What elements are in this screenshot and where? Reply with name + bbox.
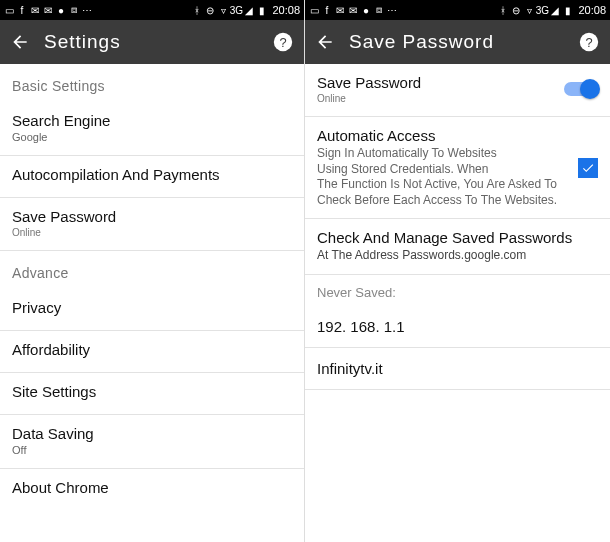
check-icon — [581, 161, 595, 175]
help-icon[interactable]: ? — [272, 31, 294, 53]
manage-passwords-heading: Check And Manage Saved Passwords — [317, 229, 598, 246]
privacy-label: Privacy — [12, 299, 292, 316]
mail-icon: ✉ — [43, 5, 53, 15]
save-password-row[interactable]: Save Password Online — [0, 198, 304, 251]
dropbox-icon: ⧈ — [69, 5, 79, 15]
autocompilation-label: Autocompilation And Payments — [12, 166, 292, 183]
data-saving-row[interactable]: Data Saving Off — [0, 415, 304, 469]
chat-icon: ✉ — [335, 5, 345, 15]
signal-icon: ◢ — [244, 5, 254, 15]
status-bar: ▭ f ✉ ✉ ● ⧈ ⋯ ᚼ ⊖ ▿ 3G ◢ ▮ 20:08 — [0, 0, 304, 20]
privacy-row[interactable]: Privacy — [0, 289, 304, 331]
facebook-icon: f — [17, 5, 27, 15]
affordability-label: Affordability — [12, 341, 292, 358]
automatic-access-checkbox[interactable] — [578, 158, 598, 178]
page-title: Save Password — [349, 31, 564, 53]
dnd-icon: ⊖ — [511, 5, 521, 15]
app-bar: Save Password ? — [305, 20, 610, 64]
never-saved-header: Never Saved: — [305, 275, 610, 306]
manage-passwords-row[interactable]: Check And Manage Saved Passwords At The … — [305, 219, 610, 275]
affordability-row[interactable]: Affordability — [0, 331, 304, 373]
battery-icon: ▮ — [563, 5, 573, 15]
location-icon: ▿ — [524, 5, 534, 15]
data-saving-value: Off — [12, 444, 292, 456]
automatic-access-heading: Automatic Access — [317, 127, 570, 144]
basic-settings-header: Basic Settings — [0, 64, 304, 102]
status-left-icons: ▭ f ✉ ✉ ● ⧈ ⋯ — [309, 5, 397, 15]
settings-list[interactable]: Basic Settings Search Engine Google Auto… — [0, 64, 304, 542]
automatic-access-desc2: Using Stored Credentials. When — [317, 162, 570, 178]
page-title: Settings — [44, 31, 258, 53]
network-label: 3G — [537, 5, 547, 15]
automatic-access-desc3: The Function Is Not Active, You Are Aske… — [317, 177, 570, 208]
automatic-access-desc1: Sign In Automatically To Websites — [317, 146, 570, 162]
signal-icon: ◢ — [550, 5, 560, 15]
toggle-label: Save Password — [317, 74, 556, 91]
about-chrome-label: About Chrome — [12, 479, 292, 496]
dot-icon: ● — [361, 5, 371, 15]
bluetooth-icon: ᚼ — [192, 5, 202, 15]
dnd-icon: ⊖ — [205, 5, 215, 15]
save-password-label: Save Password — [12, 208, 292, 225]
help-icon[interactable]: ? — [578, 31, 600, 53]
more-icon: ⋯ — [387, 5, 397, 15]
clock: 20:08 — [272, 4, 300, 16]
advance-header: Advance — [0, 251, 304, 289]
save-password-value: Online — [12, 227, 292, 238]
status-left-icons: ▭ f ✉ ✉ ● ⧈ ⋯ — [4, 5, 92, 15]
settings-pane: ▭ f ✉ ✉ ● ⧈ ⋯ ᚼ ⊖ ▿ 3G ◢ ▮ 20:08 Setting… — [0, 0, 305, 542]
dropbox-icon: ⧈ — [374, 5, 384, 15]
about-chrome-row[interactable]: About Chrome — [0, 469, 304, 510]
toggle-sub: Online — [317, 93, 556, 104]
svg-text:?: ? — [585, 35, 592, 50]
app-bar: Settings ? — [0, 20, 304, 64]
data-saving-label: Data Saving — [12, 425, 292, 442]
automatic-access-row[interactable]: Automatic Access Sign In Automatically T… — [305, 117, 610, 219]
back-icon[interactable] — [315, 32, 335, 52]
save-password-switch[interactable] — [564, 82, 598, 96]
status-right-icons: ᚼ ⊖ ▿ 3G ◢ ▮ 20:08 — [192, 4, 300, 16]
svg-text:?: ? — [279, 35, 286, 50]
bluetooth-icon: ᚼ — [498, 5, 508, 15]
facebook-icon: f — [322, 5, 332, 15]
never-saved-entry[interactable]: Infinitytv.it — [305, 348, 610, 390]
site-settings-label: Site Settings — [12, 383, 292, 400]
status-bar: ▭ f ✉ ✉ ● ⧈ ⋯ ᚼ ⊖ ▿ 3G ◢ ▮ 20:08 — [305, 0, 610, 20]
search-engine-label: Search Engine — [12, 112, 292, 129]
never-saved-entry[interactable]: 192. 168. 1.1 — [305, 306, 610, 348]
save-password-content[interactable]: Save Password Online Automatic Access Si… — [305, 64, 610, 542]
save-password-pane: ▭ f ✉ ✉ ● ⧈ ⋯ ᚼ ⊖ ▿ 3G ◢ ▮ 20:08 Save Pa… — [305, 0, 610, 542]
search-engine-row[interactable]: Search Engine Google — [0, 102, 304, 156]
dot-icon: ● — [56, 5, 66, 15]
battery-icon: ▮ — [257, 5, 267, 15]
status-right-icons: ᚼ ⊖ ▿ 3G ◢ ▮ 20:08 — [498, 4, 606, 16]
site-settings-row[interactable]: Site Settings — [0, 373, 304, 415]
network-label: 3G — [231, 5, 241, 15]
save-password-toggle-row[interactable]: Save Password Online — [305, 64, 610, 117]
clock: 20:08 — [578, 4, 606, 16]
mail-icon: ✉ — [348, 5, 358, 15]
back-icon[interactable] — [10, 32, 30, 52]
location-icon: ▿ — [218, 5, 228, 15]
sms-icon: ▭ — [309, 5, 319, 15]
search-engine-value: Google — [12, 131, 292, 143]
autocompilation-row[interactable]: Autocompilation And Payments — [0, 156, 304, 198]
more-icon: ⋯ — [82, 5, 92, 15]
sms-icon: ▭ — [4, 5, 14, 15]
chat-icon: ✉ — [30, 5, 40, 15]
manage-passwords-sub: At The Address Passwords.google.com — [317, 248, 598, 262]
